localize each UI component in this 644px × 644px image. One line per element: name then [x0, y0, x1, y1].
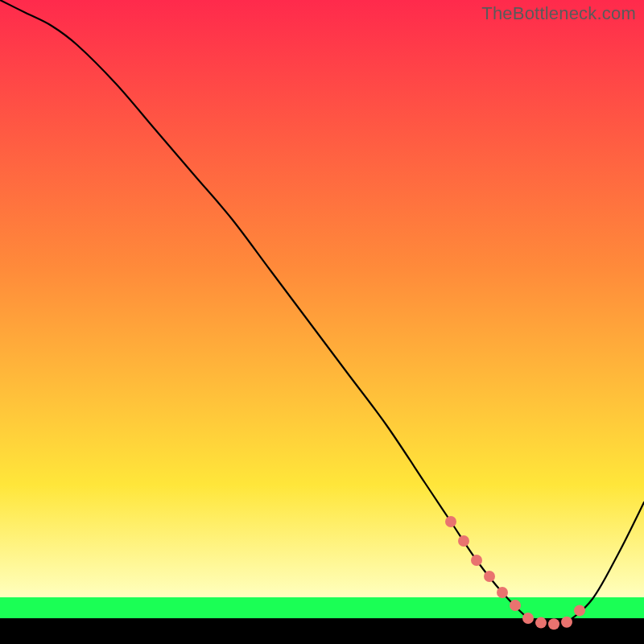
gradient-band-green — [0, 597, 644, 618]
sweet-spot-dot — [497, 587, 508, 598]
gradient-band-black — [0, 618, 644, 644]
gradient-band-top — [0, 0, 644, 485]
sweet-spot-dot — [522, 613, 534, 624]
sweet-spot-dot — [574, 605, 585, 616]
gradient-band-lower — [0, 485, 644, 597]
sweet-spot-dot — [484, 571, 495, 582]
sweet-spot-dot — [471, 555, 482, 566]
bottleneck-chart — [0, 0, 644, 644]
sweet-spot-dot — [510, 600, 521, 611]
sweet-spot-dot — [458, 535, 469, 547]
sweet-spot-dot — [561, 617, 572, 628]
chart-container: TheBottleneck.com — [0, 0, 644, 644]
sweet-spot-dot — [548, 618, 559, 630]
sweet-spot-dot — [535, 617, 547, 629]
watermark-label: TheBottleneck.com — [481, 3, 636, 24]
sweet-spot-dot — [445, 516, 456, 527]
